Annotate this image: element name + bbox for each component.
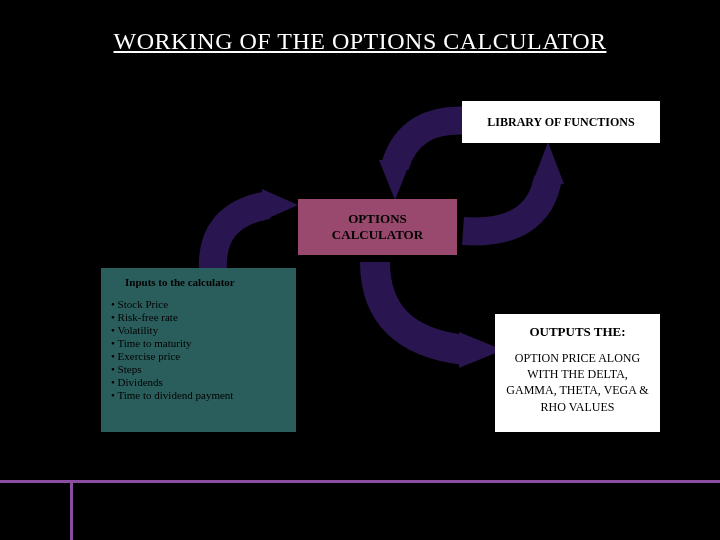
- list-item: Risk-free rate: [111, 311, 286, 323]
- inputs-box: Inputs to the calculator Stock Price Ris…: [101, 268, 296, 432]
- outputs-body: OPTION PRICE ALONG WITH THE DELTA, GAMMA…: [503, 350, 652, 415]
- outputs-box: OUTPUTS THE: OPTION PRICE ALONG WITH THE…: [495, 314, 660, 432]
- divider-horizontal: [0, 480, 720, 483]
- divider-vertical: [70, 480, 73, 540]
- arrow-calculator-to-outputs: [355, 250, 515, 380]
- library-label: LIBRARY OF FUNCTIONS: [487, 115, 634, 130]
- calculator-label: OPTIONS CALCULATOR: [306, 211, 449, 242]
- list-item: Time to maturity: [111, 337, 286, 349]
- outputs-title: OUTPUTS THE:: [503, 324, 652, 340]
- list-item: Steps: [111, 363, 286, 375]
- svg-marker-2: [532, 142, 564, 184]
- svg-marker-1: [379, 160, 411, 200]
- list-item: Dividends: [111, 376, 286, 388]
- list-item: Time to dividend payment: [111, 389, 286, 401]
- calculator-box: OPTIONS CALCULATOR: [298, 199, 457, 255]
- list-item: Exercise price: [111, 350, 286, 362]
- library-box: LIBRARY OF FUNCTIONS: [462, 101, 660, 143]
- inputs-list: Stock Price Risk-free rate Volatility Ti…: [111, 298, 286, 401]
- page-title: WORKING OF THE OPTIONS CALCULATOR: [0, 28, 720, 55]
- list-item: Stock Price: [111, 298, 286, 310]
- arrow-calculator-to-library-up: [448, 136, 578, 246]
- list-item: Volatility: [111, 324, 286, 336]
- inputs-title: Inputs to the calculator: [125, 276, 286, 288]
- svg-marker-0: [262, 189, 298, 221]
